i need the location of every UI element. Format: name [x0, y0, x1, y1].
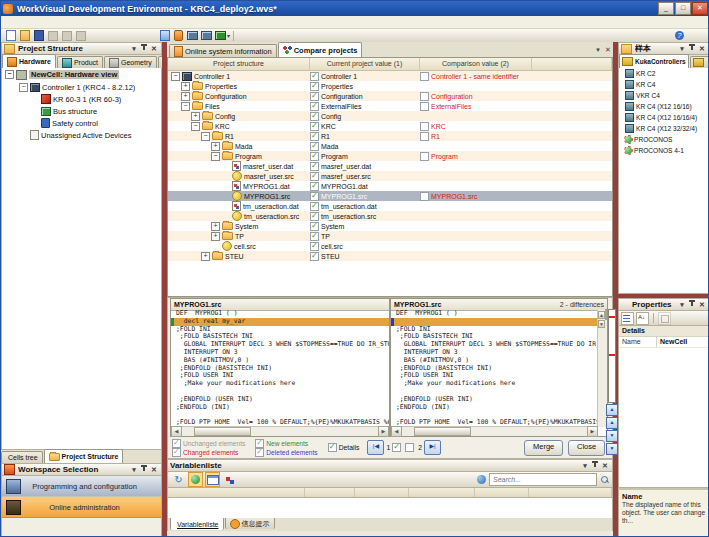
- compare-row[interactable]: Config Config: [168, 111, 612, 121]
- expander-icon[interactable]: [181, 92, 190, 101]
- horizontal-scrollbar[interactable]: ◀ ▶: [391, 426, 598, 436]
- properties-section-header[interactable]: Details: [619, 326, 709, 337]
- compare-row[interactable]: System System: [168, 221, 612, 231]
- previous-difference-icon[interactable]: ▲: [606, 417, 618, 429]
- checkbox-checked[interactable]: [310, 192, 319, 201]
- tab[interactable]: Cells tree: [1, 451, 43, 463]
- checkbox-checked[interactable]: [310, 202, 319, 211]
- checkbox-unchecked[interactable]: [420, 152, 429, 161]
- panel-menu-icon[interactable]: ▾: [129, 44, 139, 53]
- merge-button[interactable]: Merge: [524, 440, 563, 456]
- pin-icon[interactable]: [687, 300, 697, 309]
- pin-icon[interactable]: [687, 44, 697, 53]
- tree-item[interactable]: Safety control: [2, 117, 161, 129]
- tree-item[interactable]: Controller 1 (KRC4 - 8.2.12): [2, 81, 161, 93]
- pin-icon[interactable]: [139, 465, 149, 474]
- new-file-icon[interactable]: [4, 30, 17, 41]
- computer-sync-icon[interactable]: [200, 30, 213, 41]
- tab-list-icon[interactable]: ▾: [593, 45, 603, 54]
- pin-icon[interactable]: [139, 44, 149, 53]
- expander-icon[interactable]: [191, 112, 200, 121]
- details-checkbox[interactable]: Details: [328, 443, 360, 452]
- column-header[interactable]: Project structure: [168, 58, 310, 70]
- compare-row[interactable]: tm_useraction.dat tm_useraction.dat: [168, 201, 612, 211]
- compare-row[interactable]: MYPROG1.dat MYPROG1.dat: [168, 181, 612, 191]
- scrollbar-thumb[interactable]: [194, 427, 251, 436]
- add-icon[interactable]: [102, 30, 115, 41]
- scroll-left-icon[interactable]: ◀: [171, 426, 182, 437]
- close-icon[interactable]: ✕: [149, 465, 159, 474]
- scrollbar-thumb[interactable]: [605, 309, 607, 320]
- first-page-button[interactable]: |◀: [367, 440, 384, 455]
- tab[interactable]: 信息提示: [225, 518, 275, 529]
- device-icon[interactable]: [172, 30, 185, 41]
- panel-menu-icon[interactable]: ▾: [129, 465, 139, 474]
- compare-row[interactable]: Program Program Program: [168, 151, 612, 161]
- checkbox-checked[interactable]: [255, 448, 264, 457]
- column-header[interactable]: [305, 488, 355, 497]
- compare-row[interactable]: cell.src cell.src: [168, 241, 612, 251]
- close-icon[interactable]: ✕: [149, 44, 159, 53]
- compare-row[interactable]: KRC KRC KRC: [168, 121, 612, 131]
- close-icon[interactable]: ✕: [600, 461, 610, 470]
- copy-icon[interactable]: [60, 30, 73, 41]
- panel-menu-icon[interactable]: ▾: [580, 461, 590, 470]
- help-icon[interactable]: ?: [673, 30, 686, 41]
- diff-overview-bar[interactable]: [608, 309, 616, 403]
- close-icon[interactable]: ✕: [697, 300, 707, 309]
- tree-item[interactable]: Bus structure: [2, 105, 161, 117]
- checkbox-checked[interactable]: [310, 92, 319, 101]
- undo-icon[interactable]: [130, 30, 143, 41]
- compare-row[interactable]: Files ExternalFiles ExternalFiles: [168, 101, 612, 111]
- breakpoints-icon[interactable]: [222, 472, 237, 487]
- search-icon[interactable]: [600, 475, 609, 484]
- redo-icon[interactable]: [144, 30, 157, 41]
- compare-row[interactable]: Configuration Configuration Configuratio…: [168, 91, 612, 101]
- column-header[interactable]: Current project value (1): [310, 58, 420, 70]
- checkbox-checked[interactable]: [310, 112, 319, 121]
- refresh-icon[interactable]: ↻: [171, 472, 186, 487]
- scroll-right-icon[interactable]: ▶: [587, 426, 598, 437]
- deploy-dropdown-icon[interactable]: ▾: [227, 32, 230, 39]
- compare-row[interactable]: Controller 1 Controller 1 Controller 1 -…: [168, 71, 612, 81]
- compare-row[interactable]: Properties Properties: [168, 81, 612, 91]
- column-header[interactable]: [409, 488, 475, 497]
- scroll-left-icon[interactable]: ◀: [391, 426, 402, 437]
- categorized-icon[interactable]: [621, 312, 634, 325]
- cut-icon[interactable]: [46, 30, 59, 41]
- column-header[interactable]: [168, 488, 305, 497]
- checkbox-checked[interactable]: [172, 448, 181, 457]
- checkbox-checked[interactable]: [310, 72, 319, 81]
- close-button[interactable]: ✕: [692, 2, 708, 15]
- property-pages-icon[interactable]: [658, 312, 671, 325]
- checkbox-checked[interactable]: [310, 132, 319, 141]
- open-project-icon[interactable]: [18, 30, 31, 41]
- close-icon[interactable]: ✕: [697, 44, 707, 53]
- workspace-item[interactable]: Programming and configuration: [2, 476, 161, 497]
- scroll-up-icon[interactable]: ▲: [598, 311, 605, 319]
- checkbox-checked[interactable]: [310, 152, 319, 161]
- expander-icon[interactable]: [201, 132, 210, 141]
- editor-tab[interactable]: Online system information: [169, 44, 277, 57]
- expander-icon[interactable]: [181, 82, 190, 91]
- remove-icon[interactable]: [116, 30, 129, 41]
- checkbox-checked[interactable]: [310, 162, 319, 171]
- expander-icon[interactable]: [19, 83, 28, 92]
- column-header[interactable]: Comparison value (2): [420, 58, 532, 70]
- panel-menu-icon[interactable]: ▾: [677, 300, 687, 309]
- expander-icon[interactable]: [5, 70, 14, 79]
- catalog-item[interactable]: KR C4: [619, 79, 709, 90]
- close-button[interactable]: Close: [568, 440, 605, 456]
- variable-list-body[interactable]: [167, 498, 613, 518]
- deploy-icon[interactable]: [158, 30, 171, 41]
- checkbox-unchecked[interactable]: [420, 192, 429, 201]
- checkbox-unchecked[interactable]: [420, 92, 429, 101]
- pin-icon[interactable]: [590, 461, 600, 470]
- search-input[interactable]: [489, 473, 597, 486]
- filter-icon[interactable]: [477, 475, 486, 484]
- compare-row[interactable]: tm_useraction.src tm_useraction.src: [168, 211, 612, 221]
- paste-icon[interactable]: [74, 30, 87, 41]
- checkbox-checked[interactable]: [310, 122, 319, 131]
- first-difference-icon[interactable]: ▲: [606, 404, 618, 416]
- column-header[interactable]: [532, 58, 612, 70]
